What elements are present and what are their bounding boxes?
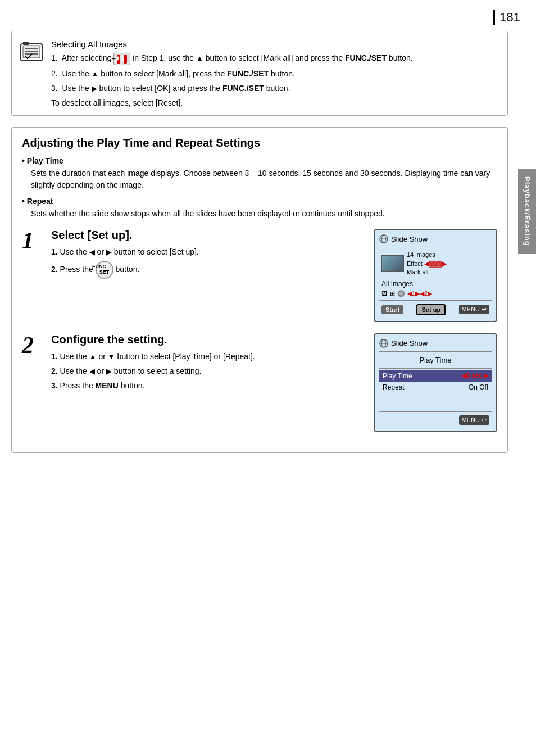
step1-text-before: 1. After selecting [51,53,113,62]
globe-icon [379,234,388,243]
play-time-label: Play Time [22,156,497,165]
step-2-row: 2 Configure the setting. 1. Use the ▲ or… [22,333,497,432]
screen1-bottom: Start Set up MENU ↩ [379,303,492,316]
screen1-icon2: ⊞ [390,290,395,297]
main-content: Selecting All Images 1. After selecting … [11,31,508,453]
step-2-number: 2 [22,333,42,357]
screen2-repeat-val: On Off [469,383,488,391]
page-number: 181 [493,10,520,25]
screen2-divider3 [379,411,492,412]
screen-mockup-1: Slide Show 14 images Effect ◀▓▓▓▶ Mark a… [374,229,497,322]
screen2-header-text: Slide Show [391,339,428,347]
screen1-icon1: 🖼 [381,290,388,297]
step-1-content: Select [Set up]. 1. Use the ◀ or ▶ butto… [51,229,365,282]
screen1-header-text: Slide Show [391,235,428,243]
play-time-desc: Sets the duration that each image displa… [31,168,497,191]
bullet-repeat: Repeat Sets whether the slide show stops… [22,197,497,220]
selecting-step-2: 2. Use the ▲ button to select [Mark all]… [51,68,497,80]
adjust-section: Adjusting the Play Time and Repeat Setti… [11,127,508,452]
screen1-images-row: 14 images Effect ◀▓▓▓▶ Mark all [379,249,492,278]
step-2-content: Configure the setting. 1. Use the ▲ or ▼… [51,333,365,395]
repeat-desc: Sets whether the slide show stops when a… [31,208,497,220]
screen1-menu-btn: MENU ↩ [459,305,489,314]
step1-text-mid: in Step 1, use the ▲ button to select [M… [133,53,412,62]
screen1-icons-row: 🖼 ⊞ 🔘 ◀1▶◀2▶ [379,289,492,298]
step-2-inst-1: 1. Use the ▲ or ▼ button to select [Play… [51,351,365,363]
selecting-step-3: 3. Use the ▶ button to select [OK] and p… [51,83,497,94]
screen1-icon3: 🔘 [397,290,405,297]
step-1-number: 1 [22,229,42,252]
selecting-title: Selecting All Images [51,39,497,49]
bullet-play-time: Play Time Sets the duration that each im… [22,156,497,191]
repeat-label: Repeat [22,197,497,206]
screen2-repeat-label: Repeat [383,383,405,391]
screen1-count: 14 images [407,251,447,259]
screen2-menu-btn: MENU ↩ [459,415,489,425]
screen1-start-btn: Start [381,305,403,314]
adjust-title: Adjusting the Play Time and Repeat Setti… [22,137,497,150]
screen2-repeat-row: Repeat On Off [379,382,492,393]
step-1-inst-2: 2. Press the FUNCSET button. [51,261,365,279]
screen2-divider [379,351,492,352]
screen1-divider [379,247,492,247]
selecting-steps-list: 1. After selecting ✦1 – ✦3 in Step 1, us… [51,52,497,94]
screen1-header: Slide Show [379,234,492,243]
screen2-bottom: MENU ↩ [379,414,492,427]
step-1-inst-1: 1. Use the ◀ or ▶ button to select [Set … [51,246,365,258]
selecting-content: Selecting All Images 1. After selecting … [51,39,497,107]
screen1-all-images: All Images [379,279,492,289]
screen1-effect: Effect ◀▓▓▓▶ [407,260,447,268]
screen2-subheader: Play Time [379,354,492,366]
selecting-all-images-box: Selecting All Images 1. After selecting … [11,31,508,116]
screen1-setup-btn: Set up [416,304,446,315]
step-2-inst-3: 3. Press the MENU button. [51,380,365,392]
screen1-markall: Mark all [407,268,447,277]
step-1-title: Select [Set up]. [51,229,365,242]
step-2-inst-2: 2. Use the ◀ or ▶ button to select a set… [51,365,365,377]
globe-icon-2 [379,339,388,348]
screen-mockup-2: Slide Show Play Time Play Time ◀3 sec.▶ … [374,333,497,432]
screen2-playtime-row: Play Time ◀3 sec.▶ [379,370,492,382]
screen1-divider2 [379,300,492,301]
deselect-note: To deselect all images, select [Reset]. [51,98,497,107]
func-set-icon: FUNCSET [96,261,113,279]
range-badge-end: ✦3 [124,55,127,64]
step-2-title: Configure the setting. [51,333,365,346]
screen2-spacer [379,393,492,410]
screen2-header: Slide Show [379,339,492,348]
svg-rect-1 [23,42,29,45]
screen2-playtime-val: ◀3 sec.▶ [462,372,488,379]
screen1-thumbnail [381,255,404,272]
screen2-playtime-label: Play Time [383,372,412,380]
screen2-divider2 [379,368,492,369]
selecting-step-1: 1. After selecting ✦1 – ✦3 in Step 1, us… [51,52,497,65]
sidebar-tab: Playback/Erasing [518,169,536,254]
screen1-info: 14 images Effect ◀▓▓▓▶ Mark all [407,251,447,277]
select-all-icon [20,40,43,64]
range-badge: ✦1 – ✦3 [113,53,130,65]
step-1-row: 1 Select [Set up]. 1. Use the ◀ or ▶ but… [22,229,497,322]
